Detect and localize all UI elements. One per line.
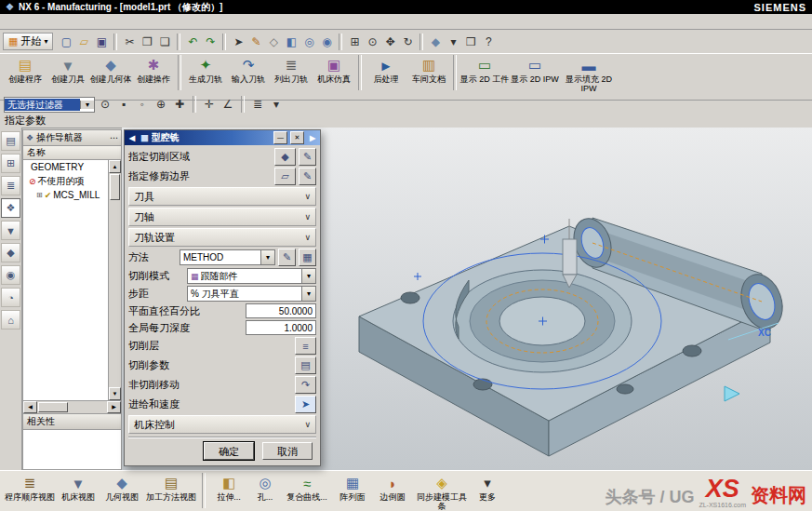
dialog-back-icon[interactable]: ◀ [126,134,138,142]
feeds-speeds-button[interactable]: ➤ [295,396,316,413]
edit-method-button[interactable]: ✎ [278,249,296,266]
extrude-icon[interactable]: ◧ [283,34,300,50]
redo-icon[interactable]: ↷ [202,34,219,50]
snap-end-icon[interactable]: ▪ [115,96,132,113]
composite-curve-button[interactable]: ≈ 复合曲线... [282,473,332,502]
assembly-navigator-tab[interactable]: ▤ [1,131,20,151]
scrollbar-thumb[interactable] [38,402,68,412]
select-trim-boundary-button[interactable]: ▱ [274,168,296,185]
simulate-machine-button[interactable]: ▣ 机床仿真 [313,55,355,84]
navigator-horizontal-scrollbar[interactable]: ◀ ▶ [23,400,121,413]
tree-item-geometry[interactable]: GEOMETRY [23,160,108,174]
dialog-close-button[interactable]: ✕ [290,131,304,144]
sketch-icon[interactable]: ✎ [247,34,264,50]
scrollbar-track[interactable] [69,401,107,413]
cut-levels-button[interactable]: ≡ [295,337,316,355]
datum-plane-icon[interactable]: ◇ [265,34,282,50]
create-geometry-button[interactable]: ◆ 创建几何体 [89,55,132,84]
tree-item-mcs-mill[interactable]: ⊞ ✔ MCS_MILL [23,188,108,202]
undo-icon[interactable]: ↶ [184,34,201,50]
cutting-parameters-button[interactable]: ▤ [295,356,316,374]
paste-icon[interactable]: ❏ [156,34,173,50]
snap-mid-icon[interactable]: ◦ [134,96,151,113]
navigator-menu-icon[interactable]: ⋯ [110,133,118,142]
depth-per-cut-field[interactable]: 1.0000 [246,320,316,335]
create-program-button[interactable]: ▤ 创建程序 [4,55,47,84]
shaded-view-icon[interactable]: ◆ [427,34,444,50]
tool-axis-section-header[interactable]: 刀轴 ∨ [128,208,316,226]
method-combo[interactable]: METHOD ▾ [180,249,275,265]
measure-icon[interactable]: ∠ [220,96,236,113]
operation-navigator-tab[interactable]: ❖ [1,198,20,218]
dialog-forward-icon[interactable]: ▶ [307,134,318,142]
help-icon[interactable]: ? [480,34,497,50]
tree-item-unused[interactable]: ⊘ 不使用的项 [23,174,108,188]
replay-toolpath-button[interactable]: ↷ 输入刀轨 [227,55,270,84]
program-order-view-button[interactable]: ≣ 程序顺序视图 [4,473,56,502]
zoom-icon[interactable]: ⊙ [364,34,380,50]
edit-cut-area-button[interactable]: ✎ [299,148,316,166]
geometry-view-button[interactable]: ◆ 几何视图 [100,473,143,502]
postprocess-button[interactable]: ► 后处理 [365,55,407,84]
show-filled-2d-ipw-button[interactable]: ▬ 显示填充 2D IPW [560,55,618,93]
navigator-column-header[interactable]: 名称 [23,146,121,160]
view-menu-icon[interactable]: ▾ [268,96,285,113]
scroll-down-icon[interactable]: ▼ [109,387,121,400]
machine-control-section-header[interactable]: 机床控制 ∨ [128,415,316,434]
machine-tool-view-button[interactable]: ▼ 机床视图 [57,473,100,502]
start-menu-button[interactable]: ▦ 开始 ▾ [3,33,53,50]
show-2d-workpiece-button[interactable]: ▭ 显示 2D 工件 [459,55,510,84]
scroll-left-icon[interactable]: ◀ [23,401,37,413]
synchronous-modeling-toolbar-button[interactable]: ◈ 同步建模工具条 [413,473,471,511]
rotate-icon[interactable]: ↻ [399,34,416,50]
constraint-navigator-tab[interactable]: ⊞ [1,154,20,173]
dependencies-header[interactable]: 相关性 [23,413,121,430]
reuse-library-tab[interactable]: ◆ [1,243,20,262]
list-toolpath-button[interactable]: ≣ 列出刀轨 [270,55,313,84]
scroll-right-icon[interactable]: ▶ [107,401,121,413]
hole-button[interactable]: ◎ 孔... [249,473,281,502]
machining-method-view-button[interactable]: ▤ 加工方法视图 [144,473,198,502]
more-button[interactable]: ▾ 更多 [472,473,503,502]
machine-tool-navigator-tab[interactable]: ▼ [1,221,20,240]
flat-percent-field[interactable]: 50.0000 [246,303,316,318]
layer-settings-icon[interactable]: ≣ [249,96,266,113]
save-icon[interactable]: ▣ [93,34,110,50]
cut-pattern-combo[interactable]: ▦ 跟随部件 ▾ [187,268,316,284]
open-icon[interactable]: ▱ [75,34,92,50]
shop-doc-button[interactable]: ▥ 车间文档 [407,55,450,84]
scrollbar-thumb[interactable] [110,174,120,200]
history-tab[interactable]: ◔ [1,288,20,307]
fit-view-icon[interactable]: ⊞ [346,34,363,50]
snap-intersection-icon[interactable]: ✚ [171,96,188,113]
edge-blend-button[interactable]: ◗ 边倒圆 [373,473,412,502]
snap-center-icon[interactable]: ⊕ [153,96,169,113]
ok-button[interactable]: 确定 [204,442,254,460]
web-browser-tab[interactable]: ◉ [1,265,20,285]
unite-icon[interactable]: ◉ [318,34,335,50]
scroll-up-icon[interactable]: ▲ [109,160,121,173]
cancel-button[interactable]: 取消 [262,442,313,460]
path-settings-section-header[interactable]: 刀轨设置 ∨ [128,228,316,247]
tool-section-header[interactable]: 刀具 ∨ [128,187,316,206]
snap-point-menu-icon[interactable]: ⊙ [97,96,113,113]
dialog-minimize-button[interactable]: — [273,131,287,144]
generate-toolpath-button[interactable]: ✦ 生成刀轨 [184,55,227,84]
scrollbar-track[interactable] [109,201,121,387]
roles-tab[interactable]: ⌂ [1,310,20,329]
navigator-vertical-scrollbar[interactable]: ▲ ▼ [108,160,121,400]
selection-arrow-icon[interactable]: ➤ [230,34,246,50]
wcs-icon[interactable]: ✛ [201,96,218,113]
show-2d-ipw-button[interactable]: ▭ 显示 2D IPW [510,55,560,84]
part-navigator-tab[interactable]: ≣ [1,176,20,195]
dialog-title-bar[interactable]: ◀ ▦ 型腔铣 — ✕ ▶ [125,130,320,145]
create-operation-button[interactable]: ✱ 创建操作 [132,55,175,84]
non-cutting-moves-button[interactable]: ↷ [295,376,316,394]
select-cut-area-button[interactable]: ◆ [274,148,296,166]
window-icon[interactable]: ❒ [462,34,479,50]
new-method-button[interactable]: ▦ [299,249,316,266]
new-file-icon[interactable]: ▢ [58,34,74,50]
cut-icon[interactable]: ✂ [121,34,138,50]
hole-icon[interactable]: ◎ [300,34,317,50]
expander-icon[interactable]: ⊞ [36,191,43,199]
